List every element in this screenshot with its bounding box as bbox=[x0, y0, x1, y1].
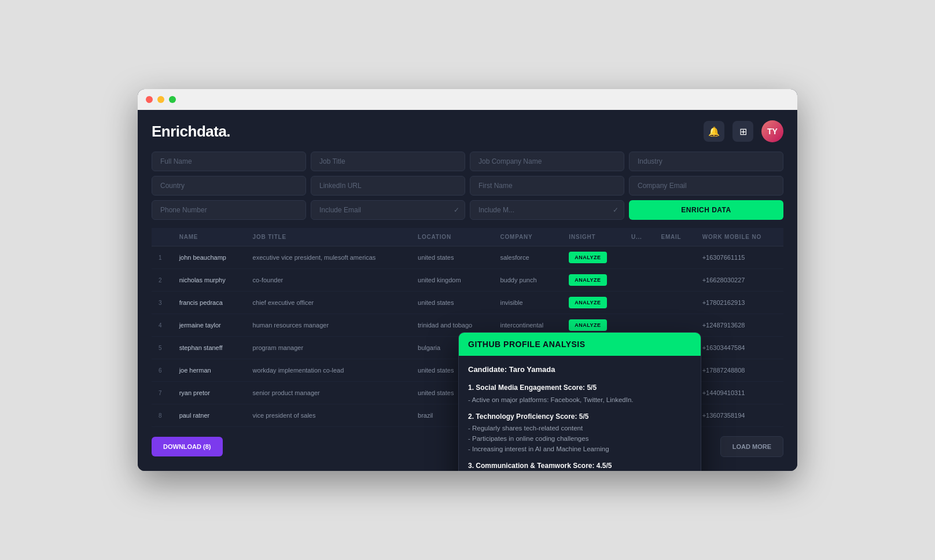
download-button[interactable]: DOWNLOAD (8) bbox=[152, 437, 223, 456]
full-name-input[interactable] bbox=[152, 152, 306, 171]
first-name-input[interactable] bbox=[470, 176, 624, 196]
row-num: 1 bbox=[152, 246, 172, 269]
filter-row-1 bbox=[152, 152, 783, 171]
col-job-title: JOB TITLE bbox=[246, 228, 411, 246]
header: Enrichdata. 🔔 ⊞ TY bbox=[152, 110, 783, 152]
analyze-button[interactable]: ANALYZE bbox=[569, 252, 606, 263]
row-num: 2 bbox=[152, 269, 172, 292]
popup-section: 3. Communication & Teamwork Score: 4.5/5… bbox=[468, 460, 691, 471]
github-profile-popup: GITHUB PROFILE ANALYSIS Candidate: Taro … bbox=[458, 332, 701, 471]
analyze-button[interactable]: ANALYZE bbox=[569, 297, 606, 308]
row-insight: ANALYZE bbox=[562, 246, 624, 269]
popup-header: GITHUB PROFILE ANALYSIS bbox=[459, 333, 701, 356]
row-job-title: vice president of sales bbox=[246, 404, 411, 427]
linkedin-url-input[interactable] bbox=[311, 176, 465, 196]
industry-input[interactable] bbox=[629, 152, 783, 171]
row-job-title: co-founder bbox=[246, 269, 411, 292]
row-location: united states bbox=[411, 246, 493, 269]
popup-candidate: Candidate: Taro Yamada bbox=[468, 364, 691, 375]
avatar-initials: TY bbox=[767, 127, 778, 136]
row-name: ryan pretor bbox=[172, 382, 246, 404]
row-company: salesforce bbox=[494, 246, 562, 269]
country-input[interactable] bbox=[152, 176, 306, 196]
include-email-icon: ✓ bbox=[454, 206, 459, 214]
minimize-dot[interactable] bbox=[157, 96, 164, 103]
notification-icon: 🔔 bbox=[708, 126, 720, 137]
popup-section: 1. Social Media Engagement Score: 5/5 - … bbox=[468, 382, 691, 405]
row-email bbox=[654, 246, 695, 269]
grid-icon: ⊞ bbox=[739, 126, 747, 137]
header-icons: 🔔 ⊞ TY bbox=[704, 120, 783, 142]
row-phone: +17802162913 bbox=[695, 292, 783, 314]
row-u bbox=[624, 292, 654, 314]
row-job-title: senior product manager bbox=[246, 382, 411, 404]
logo: Enrichdata. bbox=[152, 123, 230, 141]
row-num: 5 bbox=[152, 337, 172, 359]
include-mobile-input[interactable] bbox=[470, 200, 624, 220]
row-name: paul ratner bbox=[172, 404, 246, 427]
popup-section-title: 3. Communication & Teamwork Score: 4.5/5 bbox=[468, 460, 691, 471]
col-u: U... bbox=[624, 228, 654, 246]
analyze-button[interactable]: ANALYZE bbox=[569, 274, 606, 286]
row-num: 3 bbox=[152, 292, 172, 314]
popup-section-body: - Regularly shares tech-related content-… bbox=[468, 423, 691, 454]
col-name: NAME bbox=[172, 228, 246, 246]
row-job-title: chief executive officer bbox=[246, 292, 411, 314]
load-more-button[interactable]: LOAD MORE bbox=[720, 436, 783, 457]
popup-section-body: - Active on major platforms: Facebook, T… bbox=[468, 395, 691, 406]
analyze-button[interactable]: ANALYZE bbox=[569, 319, 606, 331]
job-title-input[interactable] bbox=[311, 152, 465, 171]
popup-section: 2. Technology Proficiency Score: 5/5 - R… bbox=[468, 411, 691, 455]
grid-button[interactable]: ⊞ bbox=[732, 121, 753, 142]
row-name: stephan staneff bbox=[172, 337, 246, 359]
job-company-input[interactable] bbox=[470, 152, 624, 171]
company-email-input[interactable] bbox=[629, 176, 783, 196]
popup-section-title: 1. Social Media Engagement Score: 5/5 bbox=[468, 382, 691, 393]
col-email: EMAIL bbox=[654, 228, 695, 246]
row-num: 6 bbox=[152, 359, 172, 382]
table-row: 2 nicholas murphy co-founder united king… bbox=[152, 269, 783, 292]
avatar[interactable]: TY bbox=[761, 120, 783, 142]
row-company: invisible bbox=[494, 292, 562, 314]
include-email-wrapper: ✓ bbox=[311, 200, 465, 220]
titlebar bbox=[138, 89, 797, 110]
row-phone: +12487913628 bbox=[695, 314, 783, 337]
row-insight: ANALYZE bbox=[562, 292, 624, 314]
popup-body: Candidate: Taro Yamada 1. Social Media E… bbox=[459, 356, 701, 471]
filter-row-2 bbox=[152, 176, 783, 196]
col-insight: INSIGHT bbox=[562, 228, 624, 246]
row-num: 8 bbox=[152, 404, 172, 427]
row-name: jermaine taylor bbox=[172, 314, 246, 337]
app-window: Enrichdata. 🔔 ⊞ TY bbox=[138, 89, 797, 471]
maximize-dot[interactable] bbox=[169, 96, 176, 103]
enrich-data-button[interactable]: ENRICH DATA bbox=[629, 200, 783, 220]
notification-button[interactable]: 🔔 bbox=[704, 121, 724, 142]
col-work-mobile: WORK MOBILE NO bbox=[695, 228, 783, 246]
row-job-title: executive vice president, mulesoft ameri… bbox=[246, 246, 411, 269]
row-insight: ANALYZE bbox=[562, 269, 624, 292]
table-header: NAME JOB TITLE LOCATION COMPANY INSIGHT … bbox=[152, 228, 783, 246]
close-dot[interactable] bbox=[146, 96, 153, 103]
row-location: united states bbox=[411, 292, 493, 314]
row-phone: +17887248808 bbox=[695, 359, 783, 382]
row-phone: +16628030227 bbox=[695, 269, 783, 292]
row-name: nicholas murphy bbox=[172, 269, 246, 292]
row-job-title: workday implementation co-lead bbox=[246, 359, 411, 382]
row-num: 7 bbox=[152, 382, 172, 404]
table-row: 1 john beauchamp executive vice presiden… bbox=[152, 246, 783, 269]
table-row: 3 francis pedraca chief executive office… bbox=[152, 292, 783, 314]
row-num: 4 bbox=[152, 314, 172, 337]
col-company: COMPANY bbox=[494, 228, 562, 246]
phone-number-input[interactable] bbox=[152, 200, 306, 220]
include-email-input[interactable] bbox=[311, 200, 465, 220]
data-table-container: NAME JOB TITLE LOCATION COMPANY INSIGHT … bbox=[152, 228, 783, 427]
app-body: Enrichdata. 🔔 ⊞ TY bbox=[138, 110, 797, 471]
row-location: united kingdom bbox=[411, 269, 493, 292]
popup-sections: 1. Social Media Engagement Score: 5/5 - … bbox=[468, 382, 691, 471]
include-mobile-icon: ✓ bbox=[613, 206, 619, 214]
col-num bbox=[152, 228, 172, 246]
popup-section-title: 2. Technology Proficiency Score: 5/5 bbox=[468, 411, 691, 422]
row-phone: +14409410311 bbox=[695, 382, 783, 404]
row-phone: +13607358194 bbox=[695, 404, 783, 427]
row-phone: +16307661115 bbox=[695, 246, 783, 269]
